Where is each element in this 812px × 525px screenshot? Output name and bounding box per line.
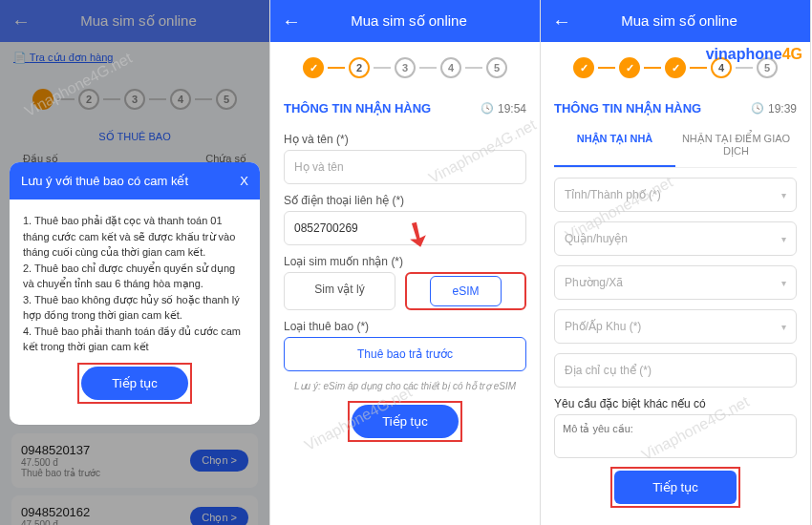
address-ph: Địa chỉ cụ thể (*) (565, 364, 652, 377)
chevron-down-icon: ▾ (781, 190, 786, 200)
continue-button[interactable]: Tiếp tục (352, 405, 458, 438)
sim-options: Sim vật lý eSIM (284, 272, 526, 310)
form: Họ và tên (*) Số điện thoại liên hệ (*) … (270, 133, 540, 442)
header-title: Mua sim số online (309, 12, 509, 30)
section-title: THÔNG TIN NHẬN HÀNG 19:39 (541, 94, 810, 123)
panel-2: ← Mua sim số online ✓ 2 3 4 5 THÔNG TIN … (270, 0, 541, 525)
chevron-down-icon: ▾ (781, 278, 786, 288)
prepaid-button[interactable]: Thuê bao trả trước (284, 337, 526, 371)
highlight-box: Tiếp tục (77, 363, 191, 404)
step-2: ✓ (619, 57, 640, 78)
ward-select[interactable]: Phường/Xã▾ (554, 265, 797, 300)
commitment-modal: Lưu ý với thuê bao có cam kết X 1. Thuê … (10, 162, 260, 425)
phone-input[interactable] (284, 211, 526, 245)
back-icon[interactable]: ← (282, 10, 301, 32)
address-input[interactable]: Địa chỉ cụ thể (*) (554, 353, 797, 388)
address-form: Tỉnh/Thành phố (*)▾ Quận/huyện▾ Phường/X… (541, 178, 810, 461)
close-icon[interactable]: X (240, 174, 248, 188)
special-request-input[interactable] (554, 414, 797, 458)
simtype-label: Loại sim muốn nhận (*) (284, 255, 526, 268)
section-text: THÔNG TIN NHẬN HÀNG (284, 101, 431, 116)
panel-1: ← Mua sim số online 📄 Tra cứu đơn hàng 2… (0, 0, 270, 525)
brand-logo: vinaphone4G (706, 46, 802, 63)
modal-body: 1. Thuê bao phải đặt cọc và thanh toán 0… (10, 200, 260, 425)
step-3: 3 (395, 57, 416, 78)
step-1: ✓ (573, 57, 594, 78)
section-title: THÔNG TIN NHẬN HÀNG 19:54 (270, 94, 540, 123)
esim-button[interactable]: eSIM (405, 272, 526, 310)
phone-label: Số điện thoại liên hệ (*) (284, 194, 526, 207)
back-icon[interactable]: ← (552, 10, 571, 32)
continue-button[interactable]: Tiếp tục (81, 367, 187, 400)
province-select[interactable]: Tỉnh/Thành phố (*)▾ (554, 178, 797, 212)
province-ph: Tỉnh/Thành phố (*) (565, 188, 661, 201)
continue-button[interactable]: Tiếp tục (614, 471, 736, 504)
section-text: THÔNG TIN NHẬN HÀNG (554, 101, 701, 116)
chevron-down-icon: ▾ (781, 322, 786, 332)
special-request-label: Yêu cầu đặc biệt khác nếu có (554, 397, 797, 410)
fullname-input[interactable] (284, 150, 526, 184)
bottom-bar: Tiếp tục (541, 459, 810, 515)
time: 19:39 (751, 102, 797, 116)
step-1: ✓ (303, 57, 324, 78)
highlight-box: Tiếp tục (610, 467, 739, 508)
highlight-box: Tiếp tục (348, 401, 461, 442)
street-ph: Phố/Ấp Khu (*) (565, 320, 641, 333)
sim-physical-button[interactable]: Sim vật lý (284, 272, 395, 310)
subtype-label: Loại thuê bao (*) (284, 320, 526, 333)
district-select[interactable]: Quận/huyện▾ (554, 221, 797, 256)
terms-text: 1. Thuê bao phải đặt cọc và thanh toán 0… (23, 213, 246, 355)
header-title: Mua sim số online (579, 12, 780, 30)
step-2: 2 (349, 57, 370, 78)
step-5: 5 (486, 57, 507, 78)
district-ph: Quận/huyện (565, 232, 628, 245)
tab-home-delivery[interactable]: NHẬN TẠI NHÀ (554, 123, 675, 167)
panel-3: ← Mua sim số online vinaphone4G ✓ ✓ ✓ 4 … (541, 0, 811, 525)
modal-title: Lưu ý với thuê bao có cam kết (21, 174, 188, 188)
delivery-tabs: NHẬN TẠI NHÀ NHẬN TẠI ĐIỂM GIAO DỊCH (554, 123, 797, 168)
fullname-label: Họ và tên (*) (284, 133, 526, 146)
esim-note: Lưu ý: eSim áp dụng cho các thiết bị có … (284, 381, 526, 391)
time: 19:54 (481, 102, 526, 116)
step-4: 4 (440, 57, 461, 78)
street-select[interactable]: Phố/Ấp Khu (*)▾ (554, 309, 797, 344)
header: ← Mua sim số online (270, 0, 540, 42)
ward-ph: Phường/Xã (565, 276, 623, 289)
header: ← Mua sim số online (541, 0, 810, 42)
modal-header: Lưu ý với thuê bao có cam kết X (10, 162, 260, 200)
tab-store-pickup[interactable]: NHẬN TẠI ĐIỂM GIAO DỊCH (675, 123, 797, 167)
step-3: ✓ (665, 57, 686, 78)
esim-text: eSIM (430, 276, 501, 306)
chevron-down-icon: ▾ (781, 234, 786, 244)
steps: ✓ 2 3 4 5 (270, 42, 540, 94)
